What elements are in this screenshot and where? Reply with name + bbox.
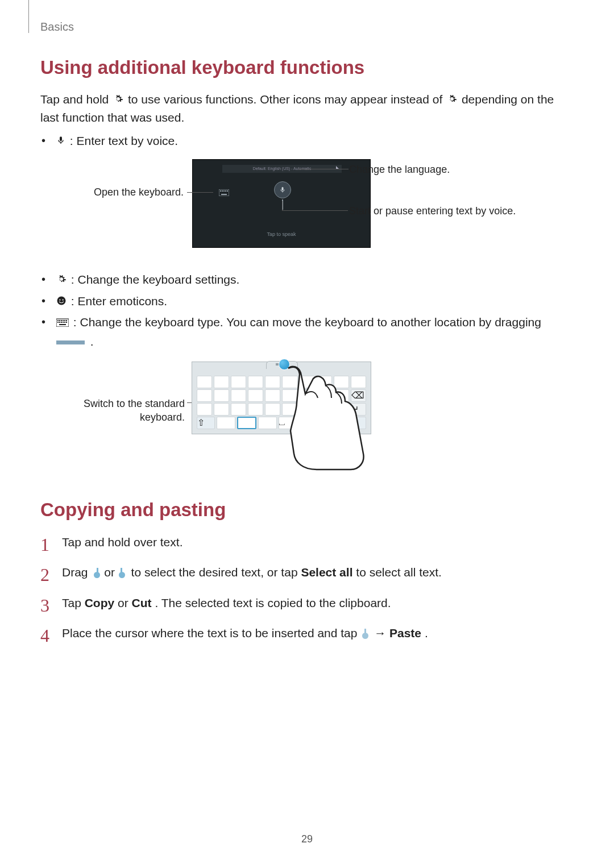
step-3-cut: Cut: [132, 596, 152, 609]
svg-rect-21: [64, 322, 65, 323]
bullet-voice-text: : Enter text by voice.: [67, 134, 178, 147]
callout-line: [187, 192, 213, 193]
mic-button-icon: [274, 181, 291, 198]
bullet-settings: : Change the keyboard settings.: [55, 271, 575, 290]
svg-rect-13: [61, 320, 62, 321]
step-4-text-d: .: [425, 626, 428, 639]
step-2-text-a: Drag: [62, 566, 91, 579]
step-3-text-e: . The selected text is copied to the cli…: [155, 596, 391, 609]
bullet-kbtype-text-b: .: [87, 335, 94, 348]
bullet-list-1: : Enter text by voice.: [40, 132, 575, 151]
step-3: 3 Tap Copy or Cut . The selected text is…: [40, 594, 575, 612]
svg-rect-16: [66, 320, 67, 321]
bullet-list-2: : Change the keyboard settings. : Enter …: [40, 271, 575, 351]
microphone-icon: [56, 132, 65, 151]
page-content: Using additional keyboard functions Tap …: [40, 57, 575, 655]
step-4: 4 Place the cursor where the text is to …: [40, 624, 575, 642]
svg-point-9: [63, 299, 64, 300]
callout-change-language: Change the language.: [349, 164, 565, 176]
step-2-text-c: to select the desired text, or tap: [131, 566, 301, 579]
voice-input-screen: Default: English (US) - Automatic Tap to…: [192, 159, 371, 248]
bullet-kbtype: : Change the keyboard type. You can move…: [55, 313, 575, 351]
svg-rect-6: [221, 194, 227, 195]
gear-icon: [113, 92, 123, 109]
selection-handle-right-icon: [119, 568, 127, 578]
bullet-emoticons-text: : Enter emoticons.: [68, 294, 167, 308]
svg-rect-19: [61, 322, 62, 323]
svg-rect-17: [57, 322, 59, 323]
section-heading-copy: Copying and pasting: [40, 499, 575, 521]
steps-list: 1 Tap and hold over text. 2 Drag or to s…: [40, 533, 575, 642]
svg-rect-14: [63, 320, 64, 321]
step-3-text-c: or: [118, 596, 132, 609]
page-number: 29: [0, 833, 614, 845]
step-number: 4: [40, 622, 49, 649]
header-divider: [26, 0, 29, 33]
drag-handle-icon: [56, 340, 85, 344]
section-heading-keyboard: Using additional keyboard functions: [40, 57, 575, 78]
step-2: 2 Drag or to select the desired text, or…: [40, 563, 575, 582]
step-2-text-b: or: [104, 566, 118, 579]
gear-icon: [447, 92, 457, 109]
svg-rect-2: [222, 190, 223, 192]
callout-line: [282, 210, 348, 211]
step-number: 3: [40, 592, 49, 619]
callout-line: [298, 169, 349, 169]
step-2-text-e: to select all text.: [356, 566, 442, 579]
bullet-kbtype-text-a: : Change the keyboard type. You can move…: [70, 315, 541, 329]
selection-handle-left-icon: [92, 568, 99, 578]
callout-open-keyboard: Open the keyboard.: [78, 186, 184, 198]
step-3-copy: Copy: [85, 596, 115, 609]
intro-text-a: Tap and hold: [40, 93, 112, 106]
switch-keyboard-key-icon: [237, 417, 256, 429]
cursor-handle-icon: [362, 629, 370, 639]
callout-start-pause: Start or pause entering text by voice.: [349, 205, 565, 218]
gear-icon: [56, 271, 67, 290]
intro-text-b: to use various functions. Other icons ma…: [128, 93, 446, 106]
intro-paragraph: Tap and hold to use various functions. O…: [40, 91, 575, 126]
figure-voice-input: Default: English (US) - Automatic Tap to…: [40, 159, 575, 256]
svg-point-7: [57, 296, 66, 305]
step-4-text-a: Place the cursor where the text is to be…: [62, 626, 360, 639]
smiley-icon: [56, 293, 67, 312]
step-number: 2: [40, 561, 49, 588]
step-2-select-all: Select all: [301, 566, 352, 579]
svg-rect-20: [63, 322, 64, 323]
callout-line: [282, 201, 283, 211]
step-number: 1: [40, 531, 49, 558]
section-copying-pasting: Copying and pasting 1 Tap and hold over …: [40, 499, 575, 642]
svg-rect-0: [219, 189, 229, 196]
step-4-paste: Paste: [389, 626, 421, 639]
svg-rect-23: [59, 324, 66, 325]
svg-rect-1: [220, 190, 221, 192]
bullet-emoticons: : Enter emoticons.: [55, 292, 575, 312]
hand-illustration: [265, 363, 368, 471]
step-4-arrow: →: [374, 626, 389, 639]
svg-rect-12: [59, 320, 60, 321]
step-1: 1 Tap and hold over text.: [40, 533, 575, 551]
svg-rect-5: [227, 190, 228, 192]
callout-switch-standard: Switch to the standard keyboard.: [63, 397, 185, 425]
tap-to-speak-label: Tap to speak: [193, 231, 370, 237]
svg-rect-3: [223, 190, 225, 192]
svg-rect-22: [66, 322, 67, 323]
svg-rect-18: [59, 322, 60, 323]
breadcrumb: Basics: [40, 20, 74, 34]
keyboard-type-icon: [56, 314, 69, 333]
bullet-voice: : Enter text by voice.: [55, 132, 575, 151]
svg-rect-11: [57, 320, 59, 321]
svg-rect-15: [64, 320, 65, 321]
bullet-settings-text: : Change the keyboard settings.: [68, 273, 239, 286]
svg-point-8: [59, 299, 60, 300]
step-3-text-a: Tap: [62, 596, 85, 609]
svg-rect-4: [225, 190, 226, 192]
figure-floating-keyboard: Switch to the standard keyboard. ⌫ ↵ ⇧⎵⇧: [40, 357, 575, 476]
step-1-text: Tap and hold over text.: [62, 535, 182, 549]
open-keyboard-icon: [219, 188, 229, 195]
